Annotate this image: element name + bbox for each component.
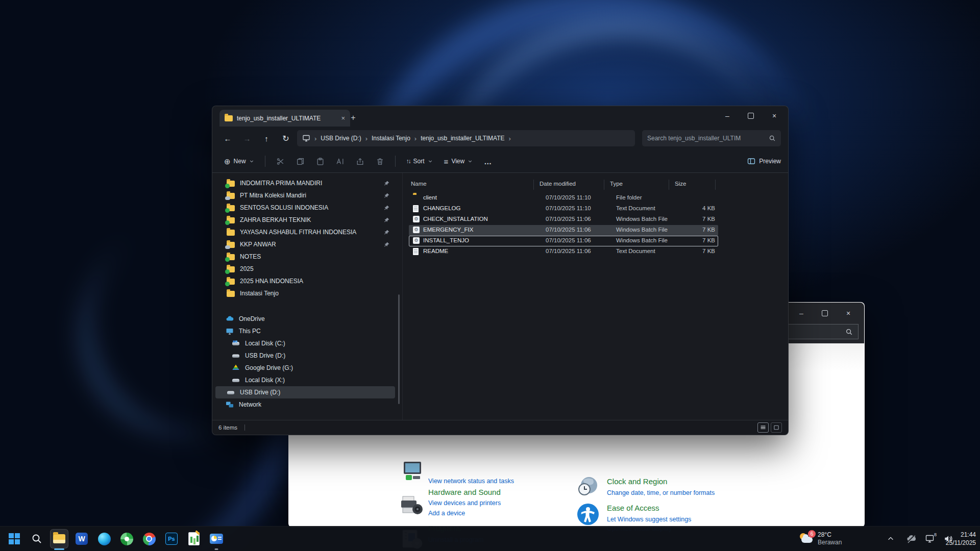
taskbar-file-explorer[interactable]: [48, 527, 70, 551]
column-header-date[interactable]: Date modified: [540, 181, 576, 187]
sidebar-item-pinned-folder[interactable]: SENTOSA SOLUSI INDONESIA: [212, 202, 402, 214]
sidebar-item-onedrive[interactable]: OneDrive: [212, 313, 402, 325]
column-divider[interactable]: [669, 180, 669, 190]
paste-button[interactable]: [311, 153, 329, 169]
sidebar-item-pinned-folder[interactable]: KKP ANWAR: [212, 238, 402, 251]
chevron-up-icon: [887, 535, 894, 542]
view-button[interactable]: ≡ View: [439, 153, 478, 169]
refresh-button[interactable]: ↻: [278, 131, 294, 146]
cp-link-change-date[interactable]: Change date, time, or number formats: [607, 489, 715, 496]
chevron-right-icon[interactable]: ›: [508, 135, 512, 142]
weather-cloud-sun-icon: 6: [799, 532, 814, 545]
tray-onedrive-paused[interactable]: [902, 527, 920, 551]
cp-maximize-button[interactable]: [813, 305, 837, 322]
pin-icon: [383, 180, 390, 187]
new-tab-button[interactable]: +: [346, 111, 360, 124]
tray-display-device[interactable]: 8: [922, 527, 939, 551]
chevron-right-icon[interactable]: ›: [413, 135, 418, 142]
up-button[interactable]: ↑: [258, 131, 275, 146]
preview-pane-icon: [747, 157, 755, 165]
back-button[interactable]: ←: [219, 131, 236, 146]
column-header-name[interactable]: Name: [411, 181, 427, 187]
sidebar-item-folder[interactable]: 2025: [212, 263, 402, 275]
details-view-button[interactable]: [757, 422, 769, 433]
delete-button[interactable]: [371, 153, 389, 169]
taskbar-green-app[interactable]: [115, 527, 138, 551]
maximize-button[interactable]: [739, 107, 763, 124]
sidebar-item-this-pc[interactable]: This PC: [212, 325, 402, 337]
taskbar-weather-widget[interactable]: 6 28°C Berawan: [799, 527, 842, 551]
cp-close-button[interactable]: ×: [837, 305, 860, 322]
copy-button[interactable]: [291, 153, 309, 169]
share-button[interactable]: [351, 153, 369, 169]
file-row-changelog[interactable]: CHANGELOG 07/10/2025 11:10 Text Document…: [409, 204, 718, 214]
sidebar-item-pinned-folder[interactable]: INDOMITRA PRIMA MANDIRI: [212, 177, 402, 189]
file-row-emergency-fix-selected[interactable]: ⚙ EMERGENCY_FIX 07/10/2025 11:06 Windows…: [409, 225, 718, 236]
thumbnail-view-button[interactable]: [771, 422, 782, 433]
taskbar-word[interactable]: W: [70, 527, 93, 551]
cp-link-view-devices[interactable]: View devices and printers: [428, 499, 501, 507]
cp-heading-hardware-sound[interactable]: Hardware and Sound: [428, 488, 501, 496]
clock-region-icon: [576, 475, 600, 498]
sidebar-item-pinned-folder[interactable]: YAYASAN ASHABUL FITRAH INDONESIA: [212, 226, 402, 238]
preview-toggle[interactable]: Preview: [747, 157, 781, 165]
file-row-check-installation[interactable]: ⚙ CHECK_INSTALLATION 07/10/2025 11:06 Wi…: [409, 214, 718, 225]
start-button[interactable]: [3, 527, 26, 551]
breadcrumb[interactable]: › USB Drive (D:) › Instalasi Tenjo › ten…: [297, 130, 635, 146]
column-divider[interactable]: [715, 180, 716, 190]
column-divider[interactable]: [533, 180, 534, 190]
column-header-size[interactable]: Size: [675, 181, 686, 187]
minimize-button[interactable]: –: [716, 107, 739, 124]
cloud-slash-icon: [906, 534, 916, 544]
breadcrumb-item-folder[interactable]: Instalasi Tenjo: [372, 135, 410, 142]
cp-heading-clock-region[interactable]: Clock and Region: [607, 477, 667, 486]
taskbar-photoshop[interactable]: Ps: [160, 527, 183, 551]
taskbar-search-button[interactable]: [26, 527, 48, 551]
column-divider[interactable]: [604, 180, 604, 190]
forward-button[interactable]: →: [239, 131, 255, 146]
cp-minimize-button[interactable]: –: [790, 305, 813, 322]
sidebar-item-google-drive[interactable]: Google Drive (G:): [212, 362, 402, 374]
sidebar-item-pinned-folder[interactable]: ZAHRA BERKAH TEKNIK: [212, 214, 402, 226]
cp-link-network-status[interactable]: View network status and tasks: [428, 478, 514, 485]
tray-chevron-up-button[interactable]: [882, 527, 899, 551]
close-button[interactable]: ×: [763, 107, 786, 124]
sidebar-item-local-disk-c[interactable]: Local Disk (C:): [212, 337, 402, 349]
rename-button[interactable]: [331, 153, 349, 169]
explorer-tabstrip[interactable]: tenjo_usb_installer_ULTIMATE × + – ×: [212, 106, 788, 127]
file-row-install-tenjo-focused[interactable]: ⚙ INSTALL_TENJO 07/10/2025 11:06 Windows…: [409, 236, 718, 246]
taskbar-report-app[interactable]: [183, 527, 205, 551]
taskbar-edge[interactable]: [93, 527, 115, 551]
sidebar-item-folder[interactable]: 2025 HNA INDONESIA: [212, 275, 402, 287]
breadcrumb-item-drive[interactable]: USB Drive (D:): [321, 135, 361, 142]
chevron-right-icon[interactable]: ›: [364, 135, 369, 142]
cut-button[interactable]: [272, 153, 289, 169]
taskbar-chrome[interactable]: [138, 527, 160, 551]
ellipsis-icon: …: [484, 158, 492, 165]
file-row-client[interactable]: client 07/10/2025 11:10 File folder: [409, 193, 718, 204]
sidebar-item-usb-drive-selected[interactable]: USB Drive (D:): [215, 386, 395, 398]
sidebar-item-folder[interactable]: Instalasi Tenjo: [212, 287, 402, 299]
breadcrumb-item-current[interactable]: tenjo_usb_installer_ULTIMATE: [421, 135, 504, 142]
sidebar-item-pinned-folder[interactable]: PT Mitra Koleksi Mandiri: [212, 189, 402, 202]
sidebar-item-folder[interactable]: NOTES: [212, 251, 402, 263]
column-header-type[interactable]: Type: [610, 181, 623, 187]
new-button[interactable]: ⊕ New: [219, 153, 259, 169]
file-row-readme[interactable]: README 07/10/2025 11:06 Text Document 7 …: [409, 246, 718, 257]
search-input[interactable]: Search tenjo_usb_installer_ULTIM: [642, 130, 781, 146]
tab-close-icon[interactable]: ×: [341, 114, 345, 122]
cp-link-add-device[interactable]: Add a device: [428, 510, 465, 517]
sidebar-item-local-disk-x[interactable]: Local Disk (X:): [212, 374, 402, 386]
sidebar-item-network[interactable]: Network: [212, 398, 402, 411]
cp-heading-ease-access[interactable]: Ease of Access: [607, 504, 659, 512]
taskbar-clock[interactable]: 21:44 25/11/2025: [946, 527, 976, 551]
cp-link-suggest-settings[interactable]: Let Windows suggest settings: [607, 516, 691, 523]
sidebar-scrollbar[interactable]: [398, 294, 400, 404]
taskbar-control-panel[interactable]: [205, 527, 228, 551]
batch-file-icon: ⚙: [413, 237, 420, 244]
more-options-button[interactable]: …: [479, 153, 496, 169]
sort-button[interactable]: ↑↓ Sort: [402, 153, 437, 169]
search-icon: [31, 533, 43, 545]
sidebar-item-usb-drive-d[interactable]: USB Drive (D:): [212, 349, 402, 362]
explorer-tab[interactable]: tenjo_usb_installer_ULTIMATE ×: [219, 110, 350, 127]
